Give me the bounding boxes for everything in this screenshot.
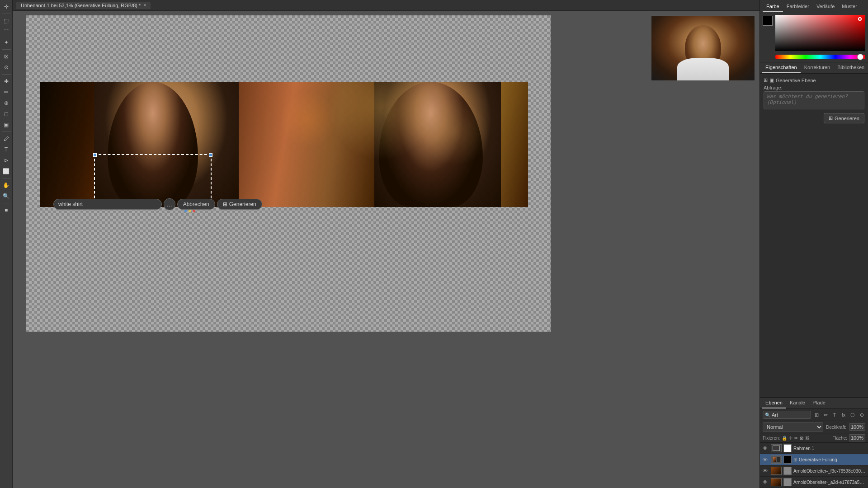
color-spectrum[interactable] [775, 15, 865, 51]
left-toolbar: ✛ ⬚ ⌒ ✦ ⊠ ⊘ ✚ ✏ ⊕ ◻ ▣ 🖊 T ⊳ ⬜ ✋ 🔍 ■ [0, 0, 13, 488]
tool-hand[interactable]: ✋ [1, 180, 11, 190]
layer-eye-icon[interactable]: 👁 [763, 446, 769, 451]
layer-item[interactable]: 👁 ⊞ Generative Füllung [760, 454, 868, 465]
tool-separator-3 [2, 74, 11, 75]
generation-input[interactable] [58, 201, 149, 207]
webcam-preview [651, 15, 755, 81]
layer-thumb-rahmen [771, 444, 782, 452]
flache-label: Fläche: [832, 436, 847, 441]
tool-eyedropper[interactable]: ⊘ [1, 62, 11, 72]
layers-tab-pfade[interactable]: Pfade [809, 398, 829, 408]
tool-healing[interactable]: ✚ [1, 76, 11, 86]
layers-list: 👁 Rahmen 1 👁 ⊞ Generative Füllung [760, 443, 868, 488]
layers-tab-ebenen[interactable]: Ebenen [762, 398, 786, 408]
blend-mode-row: Normal Multiplizieren Aufhellen Deckkraf… [760, 421, 868, 433]
color-swatch-fg[interactable] [763, 16, 773, 26]
prop-section-title: ⊞ ▣ Generative Ebene [764, 77, 864, 83]
layers-section: Ebenen Kanäle Pfade 🔍 ⊞ ✏ T fx ⬡ ⊕ Norma… [760, 397, 868, 488]
layer-item[interactable]: 👁 ArnoldOberleiter-_a2d-e17873a531ac [760, 477, 868, 488]
hue-slider[interactable] [775, 55, 865, 59]
tool-move[interactable]: ✛ [1, 2, 11, 12]
canvas-document: ... Abbrechen ⊞ Generieren [26, 15, 551, 332]
tool-eraser[interactable]: ◻ [1, 109, 11, 119]
fix-icon-move[interactable]: ✛ [789, 436, 793, 441]
tool-separator-2 [2, 49, 11, 50]
prop-tab-bibliotheken[interactable]: Bibliotheken [834, 62, 868, 73]
blend-mode-select[interactable]: Normal Multiplizieren Aufhellen [763, 422, 823, 432]
layer-eye-icon[interactable]: 👁 [763, 457, 769, 462]
tool-gradient[interactable]: ▣ [1, 120, 11, 130]
prop-layer-icon2: ▣ [769, 77, 774, 83]
tool-crop[interactable]: ⊠ [1, 52, 11, 61]
webcam-face [651, 16, 755, 80]
document-tab[interactable]: Unbenannt-1 bei 53,1% (Generative Füllun… [16, 2, 151, 9]
abfrage-input[interactable] [764, 91, 864, 109]
tool-separator-4 [2, 131, 11, 132]
generieren-label: Generieren [835, 116, 859, 121]
generieren-btn-area: ⊞ Generieren [764, 113, 864, 123]
cancel-button[interactable]: Abbrechen [177, 199, 215, 210]
generate-icon: ⊞ [223, 201, 227, 207]
layer-tool-fx[interactable]: fx [840, 411, 847, 418]
layer-tool-text[interactable]: T [831, 411, 838, 418]
fixieren-row: Fixieren: 🔒 ✛ ✏ ⊠ ⛓ Fläche: [760, 433, 868, 443]
layer-thumb-img2 [771, 478, 782, 486]
tool-zoom[interactable]: 🔍 [1, 191, 11, 201]
fix-icon-artboard[interactable]: ⊠ [800, 436, 803, 441]
prop-content: ⊞ ▣ Generative Ebene Abfrage: ⊞ Generier… [760, 74, 868, 397]
deckkraft-input[interactable] [849, 423, 865, 431]
fix-icon-lock[interactable]: 🔒 [782, 436, 787, 441]
generate-button[interactable]: ⊞ Generieren [217, 199, 262, 210]
canvas-area[interactable]: ... Abbrechen ⊞ Generieren [13, 11, 760, 488]
tool-brush[interactable]: ✏ [1, 87, 11, 97]
spectrum-handle[interactable] [858, 17, 862, 21]
layer-eye-icon[interactable]: 👁 [763, 479, 769, 485]
layer-item[interactable]: 👁 ArnoldOberleiter-_f3e-76598e030679 [760, 465, 868, 477]
color-tab-farbe[interactable]: Farbe [763, 2, 783, 12]
fix-icon-chain[interactable]: ⛓ [805, 436, 810, 441]
tool-text[interactable]: T [1, 145, 11, 155]
layer-tool-mask[interactable]: ⬡ [849, 411, 856, 418]
color-tab-muster[interactable]: Muster [838, 2, 861, 12]
search-icon: 🔍 [765, 413, 770, 418]
gen-input-wrapper[interactable] [53, 199, 162, 210]
close-tab-icon[interactable]: × [143, 3, 146, 8]
hue-slider-handle[interactable] [857, 54, 863, 60]
color-tab-verlaeufe[interactable]: Verläufe [813, 2, 838, 12]
layer-search[interactable]: 🔍 [763, 411, 811, 419]
tool-marquee[interactable]: ⬚ [1, 16, 11, 26]
flache-input[interactable] [849, 434, 865, 441]
layer-name-rahmen: Rahmen 1 [793, 446, 865, 451]
layer-tool-filter[interactable]: ⊞ [813, 411, 820, 418]
generieren-button[interactable]: ⊞ Generieren [824, 113, 864, 123]
dot-blue [184, 210, 187, 212]
right-panel: Farbe Farbfelder Verläufe Muster Eigensc… [760, 0, 868, 488]
layer-thumb-gen [771, 455, 782, 464]
color-picker-area [760, 12, 868, 62]
prop-tab-korrekturen[interactable]: Korrekturen [801, 62, 834, 73]
layers-tab-kanaele[interactable]: Kanäle [786, 398, 809, 408]
layer-thumb-img1 [771, 467, 782, 475]
tool-pen[interactable]: 🖊 [1, 134, 11, 144]
prop-tab-eigenschaften[interactable]: Eigenschaften [762, 62, 801, 73]
generate-label: Generieren [229, 201, 256, 207]
layer-tool-brush[interactable]: ✏ [822, 411, 829, 418]
tool-separator-5 [2, 178, 11, 178]
tool-clone[interactable]: ⊕ [1, 98, 11, 108]
tool-fg-bg-color[interactable]: ■ [1, 205, 11, 215]
tool-path[interactable]: ⊳ [1, 155, 11, 165]
tool-shape[interactable]: ⬜ [1, 166, 11, 176]
layer-tool-group[interactable]: ⊕ [858, 411, 865, 418]
color-tabs: Farbe Farbfelder Verläufe Muster [760, 0, 868, 12]
color-tab-farbfelder[interactable]: Farbfelder [783, 2, 813, 12]
fix-icon-brush[interactable]: ✏ [794, 436, 798, 441]
floating-dots [184, 210, 195, 212]
layer-item[interactable]: 👁 Rahmen 1 [760, 443, 868, 454]
prop-layer-label: Generative Ebene [776, 78, 816, 83]
tool-lasso[interactable]: ⌒ [1, 27, 11, 37]
layer-search-input[interactable] [772, 412, 799, 418]
layer-eye-icon[interactable]: 👁 [763, 468, 769, 474]
tool-magic-wand[interactable]: ✦ [1, 38, 11, 47]
title-bar: Unbenannt-1 bei 53,1% (Generative Füllun… [13, 0, 760, 11]
gen-dots-button[interactable]: ... [164, 198, 175, 210]
